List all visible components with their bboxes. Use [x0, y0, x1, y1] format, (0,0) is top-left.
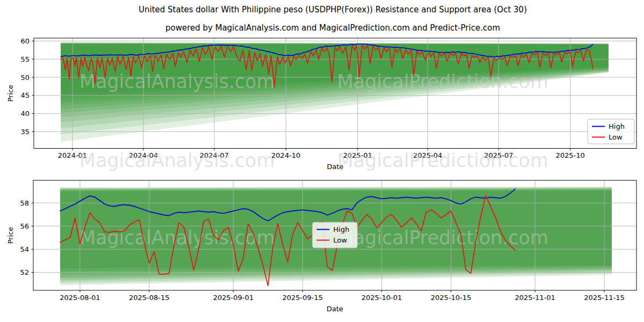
legend-label-high: High [609, 122, 625, 130]
x-tick-label: 2025-10-15 [431, 294, 472, 302]
figure-svg: MagicalAnalysis.comMagicalPrediction.com… [0, 0, 644, 322]
y-tick-label: 56 [20, 222, 29, 230]
legend-label-low: Low [609, 133, 623, 141]
bottom-chart: MagicalAnalysis.comMagicalPrediction.com… [6, 180, 636, 313]
legend: HighLow [312, 222, 357, 248]
y-tick-label: 50 [20, 74, 30, 82]
x-tick-label: 2025-10 [555, 151, 584, 159]
y-tick-label: 55 [20, 55, 30, 63]
figure: United States dollar With Philippine pes… [0, 0, 644, 322]
x-tick-label: 2024-10 [272, 151, 301, 159]
plot-area: MagicalAnalysis.comMagicalPrediction.com [34, 38, 636, 149]
x-tick-label: 2025-08-01 [60, 294, 100, 302]
y-tick-label: 52 [20, 268, 29, 276]
x-tick-label: 2025-11-01 [515, 294, 555, 302]
legend-label-low: Low [333, 236, 347, 244]
legend-label-high: High [333, 225, 349, 233]
y-tick-label: 54 [20, 245, 29, 253]
y-axis-label: Price [6, 227, 14, 244]
x-tick-label: 2025-09-01 [213, 294, 254, 302]
x-axis-label: Date [326, 305, 343, 313]
x-tick-label: 2025-10-01 [362, 294, 402, 302]
watermark-text: MagicalPrediction.com [337, 227, 548, 248]
top-chart: MagicalAnalysis.comMagicalPrediction.com… [6, 37, 636, 171]
y-axis-label: Price [6, 85, 14, 102]
y-tick-label: 45 [20, 91, 30, 99]
x-tick-label: 2025-08-15 [129, 294, 170, 302]
y-tick-label: 40 [20, 109, 30, 118]
y-tick-label: 58 [20, 199, 29, 207]
band-wedge [61, 44, 609, 142]
x-tick-label: 2025-09-15 [282, 294, 323, 302]
legend: HighLow [588, 119, 634, 144]
watermark-text: MagicalAnalysis.com [79, 71, 275, 92]
watermark-text: MagicalPrediction.com [337, 150, 548, 171]
x-tick-label: 2025-11-15 [584, 294, 625, 302]
watermark-text: MagicalPrediction.com [337, 71, 548, 92]
watermark-text: MagicalAnalysis.com [79, 150, 275, 171]
y-tick-label: 35 [20, 128, 30, 136]
y-tick-label: 60 [20, 37, 30, 45]
